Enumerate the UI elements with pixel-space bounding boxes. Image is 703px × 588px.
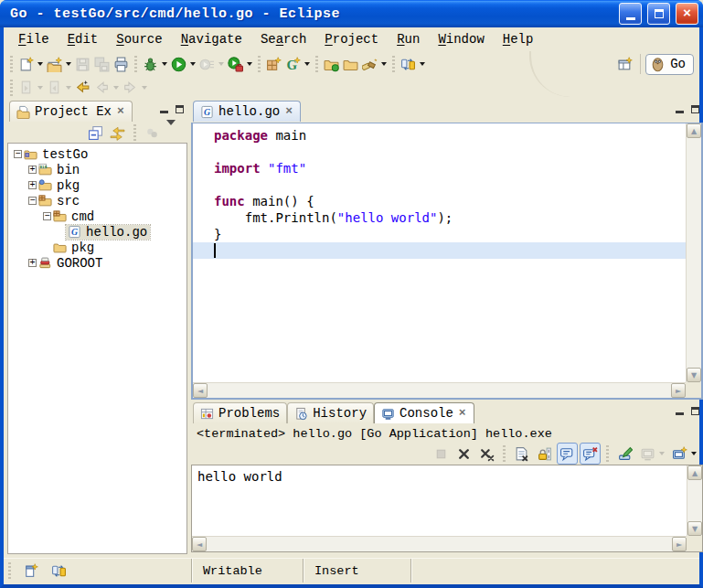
toolbar-handle (133, 124, 136, 141)
sync-jobs-button[interactable] (49, 560, 69, 582)
new-wizard-icon (18, 57, 34, 72)
expand-icon[interactable]: + (28, 181, 37, 189)
go-perspective-button[interactable]: Go (645, 54, 694, 75)
pin-console-button[interactable] (614, 443, 635, 465)
scroll-left-icon[interactable]: ◄ (193, 383, 208, 398)
collapse-icon[interactable]: − (43, 212, 51, 220)
fast-view-button[interactable] (21, 560, 40, 582)
link-editor-icon (110, 125, 125, 141)
expand-icon[interactable]: + (28, 259, 37, 267)
remove-launch-icon (456, 446, 472, 462)
collapse-all-button[interactable] (86, 123, 105, 142)
console-minimize-icon[interactable] (676, 412, 684, 415)
next-annotation-icon (18, 80, 34, 95)
debug-button[interactable] (141, 53, 169, 75)
show-stderr-button[interactable] (580, 443, 601, 465)
clear-console-button[interactable] (511, 443, 532, 465)
code-area[interactable]: package mainimport "fmt"func main() { fm… (193, 123, 686, 382)
editor-vscrollbar[interactable]: ▲ ▼ (686, 123, 701, 382)
menu-window[interactable]: Window (429, 29, 493, 49)
new-package-button[interactable] (264, 53, 283, 75)
menu-run[interactable]: Run (388, 29, 429, 49)
tab-problems[interactable]: Problems (193, 402, 287, 423)
close-button[interactable]: × (676, 3, 698, 25)
tree-item-pkg[interactable]: +pkg (8, 177, 186, 193)
search-button[interactable] (360, 53, 389, 75)
console-toolbar (191, 443, 703, 465)
link-editor-button[interactable] (108, 123, 127, 142)
open-console-button[interactable] (669, 443, 699, 465)
console-maximize-icon[interactable] (691, 407, 699, 415)
run-button[interactable] (169, 53, 197, 75)
view-menu-button[interactable] (165, 123, 184, 142)
scroll-right-icon[interactable]: ► (672, 537, 687, 551)
tab-close-icon[interactable]: × (458, 408, 467, 419)
menu-project[interactable]: Project (315, 29, 388, 49)
toolbar-handle (392, 56, 395, 72)
scroll-left-icon[interactable]: ◄ (192, 537, 207, 551)
terminate-button (431, 443, 452, 465)
open-perspective-button[interactable] (614, 53, 635, 75)
expand-icon[interactable]: + (28, 166, 37, 174)
tree-item-goroot[interactable]: +GOROOT (8, 255, 186, 271)
editor-maximize-icon[interactable] (691, 105, 699, 113)
toolbar-handle (10, 56, 13, 72)
remove-all-launches-icon (479, 446, 495, 462)
editor-tab-close-icon[interactable]: × (284, 106, 293, 117)
scroll-down-icon[interactable]: ▼ (687, 521, 702, 536)
console-vscrollbar[interactable]: ▲ ▼ (687, 465, 702, 536)
project-explorer-tab[interactable]: Project Ex × (9, 101, 133, 122)
collapse-icon[interactable]: − (14, 150, 22, 158)
print-button[interactable] (112, 53, 131, 75)
tree-item-bin[interactable]: +010bin (8, 162, 186, 177)
search-icon (362, 57, 378, 72)
new-go-app-button[interactable]: G (283, 53, 312, 75)
show-stdout-button[interactable] (557, 443, 578, 465)
scroll-lock-button[interactable] (534, 443, 555, 465)
new-wizard-button[interactable] (16, 53, 45, 75)
tree-item-hello-go[interactable]: Ghello.go (8, 224, 186, 240)
menu-file[interactable]: File (9, 29, 59, 49)
editor-hscrollbar[interactable]: ◄ ► (193, 382, 686, 398)
collapse-icon[interactable]: − (28, 197, 37, 205)
menu-navigate[interactable]: Navigate (172, 29, 251, 49)
explorer-minimize-icon[interactable] (160, 111, 168, 113)
editor-tab-hello-go[interactable]: G hello.go × (193, 101, 301, 122)
code-line-5: func main() { (193, 193, 686, 209)
explorer-maximize-icon[interactable] (176, 105, 184, 113)
tree-item-cmd[interactable]: −cmd (8, 208, 186, 224)
tab-history[interactable]: History (287, 402, 374, 423)
tree-item-content: GOROOT (37, 256, 105, 271)
code-token: ); (437, 210, 453, 225)
last-edit-button[interactable] (73, 77, 92, 99)
menu-source[interactable]: Source (107, 29, 171, 49)
new-go-wizard-button[interactable] (45, 53, 73, 75)
scroll-up-icon[interactable]: ▲ (687, 123, 701, 138)
open-folder-button[interactable] (341, 53, 360, 75)
menu-help[interactable]: Help (494, 29, 543, 49)
tree-item-pkg[interactable]: pkg (8, 240, 186, 255)
editor-minimize-icon[interactable] (676, 111, 684, 113)
dropdown-arrow-icon (420, 62, 425, 66)
tree-item-src[interactable]: −src (8, 193, 186, 208)
scroll-right-icon[interactable]: ► (671, 383, 686, 398)
console-hscrollbar[interactable]: ◄ ► (192, 536, 687, 551)
console-output[interactable]: hello world (192, 465, 687, 536)
menu-search[interactable]: Search (251, 29, 315, 49)
import-folder-button[interactable] (322, 53, 341, 75)
remove-all-launches-button[interactable] (476, 443, 497, 465)
menu-edit[interactable]: Edit (59, 29, 108, 49)
tab-console[interactable]: Console× (374, 402, 474, 423)
minimize-button[interactable] (619, 3, 642, 25)
title-bar: Go - testGo/src/cmd/hello.go - Eclipse × (0, 0, 703, 27)
tree-item-label: pkg (54, 178, 82, 193)
remove-launch-button[interactable] (453, 443, 474, 465)
scroll-down-icon[interactable]: ▼ (687, 368, 701, 382)
external-tools-button[interactable] (226, 53, 254, 75)
maximize-button[interactable] (647, 3, 670, 25)
pin-console-icon (617, 446, 633, 462)
explorer-tab-close-icon[interactable]: × (116, 106, 125, 117)
tree-item-testgo[interactable]: −testGo (8, 146, 186, 162)
scroll-up-icon[interactable]: ▲ (687, 465, 702, 480)
synchronize-button[interactable] (399, 53, 427, 75)
